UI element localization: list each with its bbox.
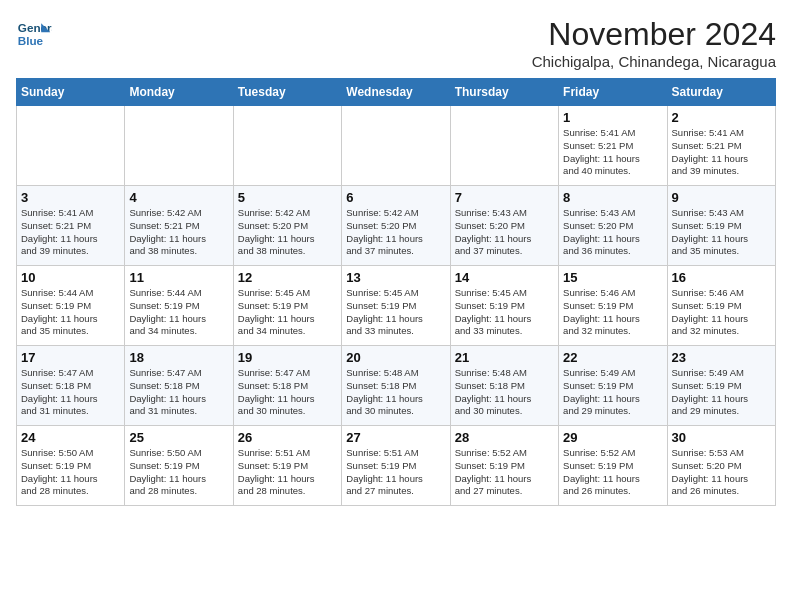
- day-info: Sunrise: 5:44 AM Sunset: 5:19 PM Dayligh…: [21, 287, 120, 338]
- calendar-header: SundayMondayTuesdayWednesdayThursdayFrid…: [17, 79, 776, 106]
- calendar-day-cell: 6Sunrise: 5:42 AM Sunset: 5:20 PM Daylig…: [342, 186, 450, 266]
- day-info: Sunrise: 5:43 AM Sunset: 5:20 PM Dayligh…: [563, 207, 662, 258]
- day-number: 10: [21, 270, 120, 285]
- day-number: 18: [129, 350, 228, 365]
- day-info: Sunrise: 5:42 AM Sunset: 5:20 PM Dayligh…: [346, 207, 445, 258]
- calendar-day-cell: [342, 106, 450, 186]
- day-number: 15: [563, 270, 662, 285]
- calendar-day-cell: 19Sunrise: 5:47 AM Sunset: 5:18 PM Dayli…: [233, 346, 341, 426]
- day-number: 9: [672, 190, 771, 205]
- calendar-day-cell: 9Sunrise: 5:43 AM Sunset: 5:19 PM Daylig…: [667, 186, 775, 266]
- logo: General Blue: [16, 16, 52, 52]
- day-info: Sunrise: 5:48 AM Sunset: 5:18 PM Dayligh…: [346, 367, 445, 418]
- day-info: Sunrise: 5:48 AM Sunset: 5:18 PM Dayligh…: [455, 367, 554, 418]
- weekday-header: Saturday: [667, 79, 775, 106]
- calendar-week-row: 10Sunrise: 5:44 AM Sunset: 5:19 PM Dayli…: [17, 266, 776, 346]
- calendar-day-cell: 29Sunrise: 5:52 AM Sunset: 5:19 PM Dayli…: [559, 426, 667, 506]
- day-info: Sunrise: 5:42 AM Sunset: 5:21 PM Dayligh…: [129, 207, 228, 258]
- calendar-day-cell: 8Sunrise: 5:43 AM Sunset: 5:20 PM Daylig…: [559, 186, 667, 266]
- calendar-day-cell: 1Sunrise: 5:41 AM Sunset: 5:21 PM Daylig…: [559, 106, 667, 186]
- calendar-day-cell: [125, 106, 233, 186]
- calendar-day-cell: 12Sunrise: 5:45 AM Sunset: 5:19 PM Dayli…: [233, 266, 341, 346]
- svg-text:Blue: Blue: [18, 34, 44, 47]
- header: General Blue November 2024 Chichigalpa, …: [16, 16, 776, 70]
- weekday-header: Thursday: [450, 79, 558, 106]
- day-info: Sunrise: 5:41 AM Sunset: 5:21 PM Dayligh…: [21, 207, 120, 258]
- calendar-day-cell: 11Sunrise: 5:44 AM Sunset: 5:19 PM Dayli…: [125, 266, 233, 346]
- day-number: 23: [672, 350, 771, 365]
- calendar-week-row: 3Sunrise: 5:41 AM Sunset: 5:21 PM Daylig…: [17, 186, 776, 266]
- day-info: Sunrise: 5:43 AM Sunset: 5:20 PM Dayligh…: [455, 207, 554, 258]
- calendar-day-cell: 27Sunrise: 5:51 AM Sunset: 5:19 PM Dayli…: [342, 426, 450, 506]
- calendar-day-cell: 13Sunrise: 5:45 AM Sunset: 5:19 PM Dayli…: [342, 266, 450, 346]
- calendar-day-cell: 3Sunrise: 5:41 AM Sunset: 5:21 PM Daylig…: [17, 186, 125, 266]
- calendar-day-cell: [450, 106, 558, 186]
- day-number: 21: [455, 350, 554, 365]
- calendar-day-cell: 7Sunrise: 5:43 AM Sunset: 5:20 PM Daylig…: [450, 186, 558, 266]
- calendar-day-cell: 30Sunrise: 5:53 AM Sunset: 5:20 PM Dayli…: [667, 426, 775, 506]
- day-info: Sunrise: 5:44 AM Sunset: 5:19 PM Dayligh…: [129, 287, 228, 338]
- day-info: Sunrise: 5:45 AM Sunset: 5:19 PM Dayligh…: [238, 287, 337, 338]
- weekday-header: Friday: [559, 79, 667, 106]
- calendar-day-cell: 15Sunrise: 5:46 AM Sunset: 5:19 PM Dayli…: [559, 266, 667, 346]
- day-info: Sunrise: 5:50 AM Sunset: 5:19 PM Dayligh…: [129, 447, 228, 498]
- day-number: 6: [346, 190, 445, 205]
- title-area: November 2024 Chichigalpa, Chinandega, N…: [532, 16, 776, 70]
- weekday-header: Sunday: [17, 79, 125, 106]
- weekday-header: Wednesday: [342, 79, 450, 106]
- day-number: 11: [129, 270, 228, 285]
- calendar-day-cell: 5Sunrise: 5:42 AM Sunset: 5:20 PM Daylig…: [233, 186, 341, 266]
- day-info: Sunrise: 5:49 AM Sunset: 5:19 PM Dayligh…: [563, 367, 662, 418]
- calendar-day-cell: 28Sunrise: 5:52 AM Sunset: 5:19 PM Dayli…: [450, 426, 558, 506]
- calendar-day-cell: 18Sunrise: 5:47 AM Sunset: 5:18 PM Dayli…: [125, 346, 233, 426]
- calendar-week-row: 24Sunrise: 5:50 AM Sunset: 5:19 PM Dayli…: [17, 426, 776, 506]
- calendar-day-cell: 22Sunrise: 5:49 AM Sunset: 5:19 PM Dayli…: [559, 346, 667, 426]
- day-info: Sunrise: 5:43 AM Sunset: 5:19 PM Dayligh…: [672, 207, 771, 258]
- day-info: Sunrise: 5:45 AM Sunset: 5:19 PM Dayligh…: [455, 287, 554, 338]
- day-info: Sunrise: 5:52 AM Sunset: 5:19 PM Dayligh…: [455, 447, 554, 498]
- day-info: Sunrise: 5:53 AM Sunset: 5:20 PM Dayligh…: [672, 447, 771, 498]
- day-number: 4: [129, 190, 228, 205]
- logo-icon: General Blue: [16, 16, 52, 52]
- day-number: 22: [563, 350, 662, 365]
- calendar-day-cell: 21Sunrise: 5:48 AM Sunset: 5:18 PM Dayli…: [450, 346, 558, 426]
- day-info: Sunrise: 5:47 AM Sunset: 5:18 PM Dayligh…: [129, 367, 228, 418]
- calendar-week-row: 17Sunrise: 5:47 AM Sunset: 5:18 PM Dayli…: [17, 346, 776, 426]
- day-number: 13: [346, 270, 445, 285]
- weekday-header: Monday: [125, 79, 233, 106]
- calendar-day-cell: 4Sunrise: 5:42 AM Sunset: 5:21 PM Daylig…: [125, 186, 233, 266]
- day-number: 1: [563, 110, 662, 125]
- day-number: 12: [238, 270, 337, 285]
- svg-text:General: General: [18, 21, 52, 34]
- day-number: 20: [346, 350, 445, 365]
- day-info: Sunrise: 5:47 AM Sunset: 5:18 PM Dayligh…: [21, 367, 120, 418]
- day-number: 19: [238, 350, 337, 365]
- day-number: 27: [346, 430, 445, 445]
- day-number: 29: [563, 430, 662, 445]
- day-info: Sunrise: 5:51 AM Sunset: 5:19 PM Dayligh…: [346, 447, 445, 498]
- day-info: Sunrise: 5:42 AM Sunset: 5:20 PM Dayligh…: [238, 207, 337, 258]
- location-subtitle: Chichigalpa, Chinandega, Nicaragua: [532, 53, 776, 70]
- day-number: 8: [563, 190, 662, 205]
- day-number: 5: [238, 190, 337, 205]
- day-number: 14: [455, 270, 554, 285]
- calendar-day-cell: 16Sunrise: 5:46 AM Sunset: 5:19 PM Dayli…: [667, 266, 775, 346]
- calendar-day-cell: 10Sunrise: 5:44 AM Sunset: 5:19 PM Dayli…: [17, 266, 125, 346]
- day-number: 24: [21, 430, 120, 445]
- day-number: 30: [672, 430, 771, 445]
- calendar-day-cell: 2Sunrise: 5:41 AM Sunset: 5:21 PM Daylig…: [667, 106, 775, 186]
- day-info: Sunrise: 5:46 AM Sunset: 5:19 PM Dayligh…: [672, 287, 771, 338]
- calendar-day-cell: [233, 106, 341, 186]
- calendar-day-cell: 24Sunrise: 5:50 AM Sunset: 5:19 PM Dayli…: [17, 426, 125, 506]
- day-number: 16: [672, 270, 771, 285]
- day-number: 7: [455, 190, 554, 205]
- calendar-day-cell: 17Sunrise: 5:47 AM Sunset: 5:18 PM Dayli…: [17, 346, 125, 426]
- calendar-day-cell: [17, 106, 125, 186]
- calendar-day-cell: 26Sunrise: 5:51 AM Sunset: 5:19 PM Dayli…: [233, 426, 341, 506]
- weekday-header: Tuesday: [233, 79, 341, 106]
- day-number: 25: [129, 430, 228, 445]
- day-number: 28: [455, 430, 554, 445]
- day-info: Sunrise: 5:41 AM Sunset: 5:21 PM Dayligh…: [672, 127, 771, 178]
- day-number: 2: [672, 110, 771, 125]
- day-number: 3: [21, 190, 120, 205]
